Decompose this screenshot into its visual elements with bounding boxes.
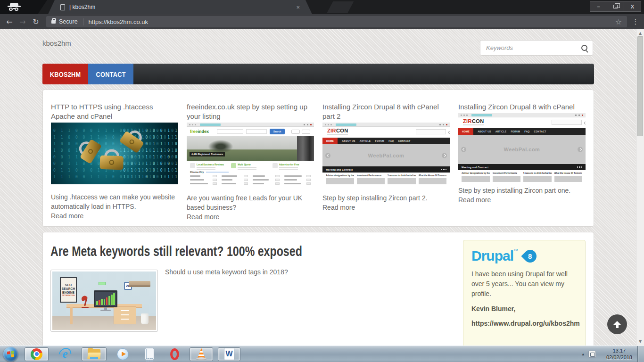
system-tray: ▴ 13:17 02/02/2018 <box>578 346 644 362</box>
restore-button[interactable] <box>607 1 624 12</box>
card-image-padlocks[interactable]: 0 1 1 0 0 0 1 1 1 0 0 0 1 1 0 0 0 1 1 1 … <box>51 123 178 184</box>
thumb-browser-bar <box>322 123 450 127</box>
restore-icon <box>613 5 618 8</box>
opera-icon <box>170 348 179 360</box>
folder-icon <box>88 349 100 359</box>
url-separator <box>83 18 83 25</box>
tab-close-icon[interactable]: × <box>296 4 300 10</box>
url-text[interactable]: https://kbos2hm.co.uk <box>89 18 148 25</box>
card-https: HTTP to HTTPS using .htaccess Apache and… <box>51 102 178 226</box>
taskbar-word-button[interactable]: W <box>218 347 240 361</box>
card-title[interactable]: Installing Zircon Drupal 8 with cPanel p… <box>322 102 450 121</box>
internet-explorer-icon: e <box>59 348 71 360</box>
close-button[interactable]: X <box>624 1 641 12</box>
new-tab-button[interactable] <box>327 1 354 13</box>
minimize-button[interactable]: – <box>590 1 607 12</box>
card-title[interactable]: HTTP to HTTPS using .htaccess Apache and… <box>51 102 178 121</box>
windows-taskbar: e W ▴ 13:17 02/02/2018 <box>0 346 644 362</box>
drupal-profile-box: Drupal™ 8 I have been using Drupal for w… <box>463 240 586 346</box>
drupal-bio-text: I have been using Drupal for well over 5… <box>471 269 577 299</box>
browser-window: | kbos2hm × – X ← → ↻ Secure https://kbo… <box>0 0 644 29</box>
bookmark-star-icon[interactable]: ☆ <box>615 17 622 26</box>
address-bar[interactable]: Secure https://kbos2hm.co.uk ☆ <box>46 16 627 27</box>
lock-icon <box>51 20 56 24</box>
incognito-spy-icon <box>8 3 21 11</box>
card-image-zircon[interactable]: ZIRCON HOME ABOUT US ARTICLE FORUM FAQ C… <box>322 123 450 185</box>
card-teaser: Step by step installing Zircon part one. <box>458 186 586 195</box>
card-teaser: Are you wanting free Leads for your UK b… <box>187 193 314 212</box>
forward-icon[interactable]: → <box>16 17 29 26</box>
chrome-icon <box>31 348 42 360</box>
monitor-chart <box>94 290 117 307</box>
taskbar-mediaplayer-button[interactable] <box>111 347 134 361</box>
safely-remove-hardware-icon[interactable] <box>588 351 596 358</box>
site-logo[interactable]: kbos2hm <box>42 39 71 47</box>
up-arrow-icon <box>613 321 621 325</box>
read-more-link[interactable]: Read more <box>187 212 314 222</box>
drupal-profile-link[interactable]: https://www.drupal.org/u/kbos2hm <box>471 320 577 327</box>
card-image-freeindex[interactable]: freeindex Search 4,444 Registered Custom… <box>187 123 314 185</box>
article-title[interactable]: Are Meta keywords still relevant? 100% e… <box>50 244 365 259</box>
clock-time: 13:17 <box>606 347 632 354</box>
scrollbar-down-icon[interactable]: ▼ <box>636 339 644 344</box>
card-title[interactable]: freeindex.co.uk step by step setting up … <box>187 102 314 121</box>
search-icon[interactable] <box>578 41 593 55</box>
search-input[interactable] <box>480 44 578 51</box>
browser-menu-icon[interactable]: ⋮ <box>630 17 641 26</box>
tray-expand-icon[interactable]: ▴ <box>578 352 588 356</box>
nav-item-kbos2hm[interactable]: KBOS2HM <box>42 64 88 84</box>
taskbar-chrome-button[interactable] <box>25 347 49 361</box>
taskbar-calculator-button[interactable] <box>139 347 160 361</box>
thumb-browser-bar <box>187 123 314 127</box>
show-desktop-button[interactable] <box>637 346 644 362</box>
incognito-badge <box>0 0 47 14</box>
reload-icon[interactable]: ↻ <box>29 17 42 26</box>
page-scrollbar[interactable]: ▲ ▼ <box>636 29 644 346</box>
word-icon: W <box>224 348 234 360</box>
article-image-frame: SEO SEARCH ENGINE OPTIMIZATION 28 <box>50 270 158 332</box>
secure-label: Secure <box>59 18 78 25</box>
card-title[interactable]: Installing Zircon Drupal 8 with cPanel <box>458 102 586 112</box>
article-teaser: Should u use meta keyword tags in 2018? <box>165 268 288 276</box>
taskbar-explorer-button[interactable] <box>82 347 107 361</box>
drupal-author: Kevin Blumer, <box>471 305 577 313</box>
article-panel: Are Meta keywords still relevant? 100% e… <box>42 232 594 346</box>
card-zircon-2: Installing Zircon Drupal 8 with cPanel p… <box>322 102 450 226</box>
card-zircon-1: Installing Zircon Drupal 8 with cPanel Z… <box>458 102 586 226</box>
windows-logo-icon <box>7 351 14 358</box>
drupal-wordmark: Drupal™ <box>471 248 518 263</box>
thumb-browser-bar <box>458 113 586 117</box>
drupal-drop-icon: 8 <box>521 247 539 265</box>
browser-tab[interactable]: | kbos2hm × <box>48 0 312 14</box>
start-button[interactable] <box>3 347 18 362</box>
tab-title: | kbos2hm <box>69 4 95 10</box>
page-favicon-icon <box>60 4 65 10</box>
read-more-link[interactable]: Read more <box>458 195 586 205</box>
desk-lamp <box>81 295 90 308</box>
window-controls: – X <box>590 1 641 12</box>
main-nav: KBOS2HM CONTACT <box>42 64 594 84</box>
media-player-icon <box>117 348 129 360</box>
taskbar-opera-button[interactable] <box>165 347 185 361</box>
clock-date: 02/02/2018 <box>606 354 632 361</box>
read-more-link[interactable]: Read more <box>51 211 178 221</box>
taskbar-vlc-button[interactable] <box>190 347 213 361</box>
browser-toolbar: ← → ↻ Secure https://kbos2hm.co.uk ☆ ⋮ <box>0 14 644 29</box>
read-more-link[interactable]: Read more <box>322 203 450 212</box>
scroll-to-top-button[interactable] <box>607 314 627 334</box>
taskbar-ie-button[interactable]: e <box>53 347 77 361</box>
vlc-cone-icon <box>196 348 207 360</box>
card-teaser: Using .htaccess we can make you website … <box>51 192 178 211</box>
scrollbar-thumb[interactable] <box>637 36 643 136</box>
cards-panel: HTTP to HTTPS using .htaccess Apache and… <box>42 90 594 227</box>
site-search <box>480 40 593 56</box>
taskbar-clock[interactable]: 13:17 02/02/2018 <box>601 347 637 361</box>
thumb-search-button: Search <box>270 129 285 134</box>
scrollbar-up-icon[interactable]: ▲ <box>636 31 644 35</box>
card-teaser: Step by step installing Zircon part 2. <box>322 193 450 203</box>
seo-desk-image[interactable]: SEO SEARCH ENGINE OPTIMIZATION 28 <box>52 272 156 330</box>
back-icon[interactable]: ← <box>3 17 16 26</box>
nav-item-contact[interactable]: CONTACT <box>88 64 133 84</box>
card-image-zircon[interactable]: ZIRCON HOME ABOUT US ARTICLE FORUM FAQ C… <box>458 113 586 183</box>
seo-poster: SEO SEARCH ENGINE OPTIMIZATION <box>60 277 77 303</box>
